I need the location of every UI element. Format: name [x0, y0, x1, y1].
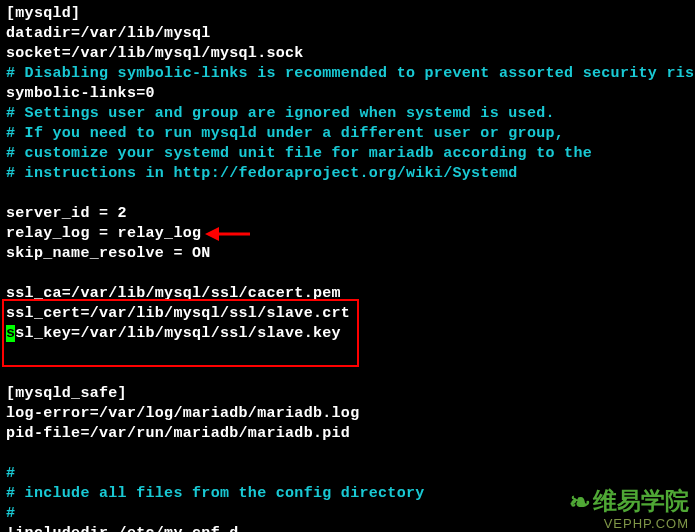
config-line: server_id = 2	[6, 205, 127, 222]
config-line: !includedir /etc/my.cnf.d	[6, 525, 239, 532]
config-line: [mysqld]	[6, 5, 80, 22]
config-line-ssl-ca: ssl_ca=/var/lib/mysql/ssl/cacert.pem	[6, 285, 341, 302]
comment-line: # include all files from the config dire…	[6, 485, 425, 502]
editor-cursor: s	[6, 325, 15, 342]
comment-line: # customize your systemd unit file for m…	[6, 145, 592, 162]
config-line: log-error=/var/log/mariadb/mariadb.log	[6, 405, 359, 422]
config-line-relay-log: relay_log = relay_log	[6, 225, 201, 242]
config-line: socket=/var/lib/mysql/mysql.sock	[6, 45, 304, 62]
comment-line: #	[6, 465, 15, 482]
config-line-ssl-cert: ssl_cert=/var/lib/mysql/ssl/slave.crt	[6, 305, 350, 322]
comment-line: # If you need to run mysqld under a diff…	[6, 125, 564, 142]
comment-line: # Disabling symbolic-links is recommende…	[6, 65, 695, 82]
config-line-ssl-key-tail: sl_key=/var/lib/mysql/ssl/slave.key	[15, 325, 341, 342]
config-line-ssl-key: ssl_key=/var/lib/mysql/ssl/slave.key	[6, 325, 341, 342]
config-line: skip_name_resolve = ON	[6, 245, 211, 262]
comment-line: # instructions in http://fedoraproject.o…	[6, 165, 518, 182]
terminal-output: [mysqld] datadir=/var/lib/mysql socket=/…	[0, 0, 695, 532]
config-line: [mysqld_safe]	[6, 385, 127, 402]
config-line: datadir=/var/lib/mysql	[6, 25, 211, 42]
config-line: pid-file=/var/run/mariadb/mariadb.pid	[6, 425, 350, 442]
comment-line: #	[6, 505, 15, 522]
config-line: symbolic-links=0	[6, 85, 155, 102]
comment-line: # Settings user and group are ignored wh…	[6, 105, 555, 122]
